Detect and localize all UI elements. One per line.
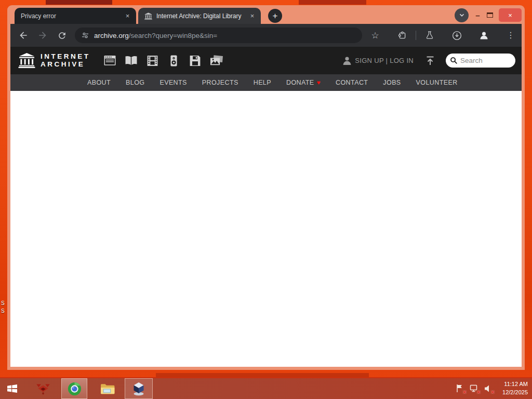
network-icon[interactable]: ✕ xyxy=(470,384,479,393)
profile-avatar-icon[interactable] xyxy=(478,30,489,41)
browser-window: Privacy error × Internet Archive: Digita… xyxy=(7,5,525,370)
browser-toolbar: archive.org/search?query=win8pe&sin= ☆ xyxy=(10,24,522,47)
red-app-icon[interactable] xyxy=(31,378,55,399)
heart-icon: ♥ xyxy=(317,79,321,86)
downloads-icon[interactable] xyxy=(451,30,462,41)
wordmark-line2: ARCHIVE xyxy=(41,61,90,69)
archive-search-box[interactable] xyxy=(446,54,515,68)
close-window-button[interactable]: × xyxy=(499,8,522,22)
web-icon[interactable] xyxy=(103,55,117,66)
clock-date: 12/2/2025 xyxy=(502,389,528,397)
virtualbox-taskbar-icon[interactable] xyxy=(125,378,153,399)
nav-help[interactable]: HELP xyxy=(254,79,271,86)
software-icon[interactable] xyxy=(188,55,202,66)
taskbar-clock[interactable]: 11:12 AM 12/2/2025 xyxy=(498,380,528,397)
reload-icon[interactable] xyxy=(56,30,68,41)
url-bar[interactable]: archive.org/search?query=win8pe&sin= xyxy=(75,28,362,43)
system-tray: ✕ ✕ ✕ 11:12 AM 12/2/2025 xyxy=(456,380,532,397)
tab-strip: Privacy error × Internet Archive: Digita… xyxy=(7,5,525,24)
menu-kebab-icon[interactable]: ⋮ xyxy=(505,30,516,41)
internet-archive-logo-icon[interactable] xyxy=(18,53,35,68)
nav-about[interactable]: ABOUT xyxy=(87,79,111,86)
tab-title: Privacy error xyxy=(21,12,123,20)
experiments-flask-icon[interactable] xyxy=(424,30,435,41)
wallpaper-shape xyxy=(46,0,112,5)
url-domain: archive.org xyxy=(94,32,129,39)
wallpaper-shape xyxy=(156,373,369,377)
site-settings-icon[interactable] xyxy=(81,31,89,39)
toolbar-right-icons: ☆ xyxy=(369,30,516,41)
page-content-empty xyxy=(10,91,522,367)
nav-label: HELP xyxy=(254,79,271,86)
audio-icon[interactable] xyxy=(167,55,181,66)
nav-blog[interactable]: BLOG xyxy=(126,79,144,86)
desktop: { "browser": { "tabs": [ { "title": "Pri… xyxy=(0,0,532,399)
nav-label: EVENTS xyxy=(159,79,187,86)
back-icon[interactable] xyxy=(18,30,29,41)
flag-error-badge: ✕ xyxy=(462,390,467,395)
archive-wordmark[interactable]: INTERNET ARCHIVE xyxy=(41,53,90,69)
desktop-icon-label-fragment: S xyxy=(1,300,5,306)
nav-label: BLOG xyxy=(126,79,144,86)
tab-search-button[interactable] xyxy=(455,8,469,22)
maximize-button[interactable] xyxy=(487,12,493,18)
chromium-browser-taskbar-icon[interactable] xyxy=(61,378,87,399)
start-button[interactable] xyxy=(0,378,24,399)
close-tab-icon[interactable]: × xyxy=(123,11,132,20)
close-tab-icon[interactable]: × xyxy=(248,11,257,20)
video-icon[interactable] xyxy=(145,55,159,66)
url-text: archive.org/search?query=win8pe&sin= xyxy=(94,32,217,39)
nav-contact[interactable]: CONTACT xyxy=(336,79,368,86)
forward-icon[interactable] xyxy=(37,30,48,41)
nav-jobs[interactable]: JOBS xyxy=(383,79,401,86)
nav-label: CONTACT xyxy=(336,79,368,86)
file-explorer-taskbar-icon[interactable] xyxy=(96,378,119,399)
desktop-icon-label-fragment: S xyxy=(1,308,5,314)
tab-internet-archive[interactable]: Internet Archive: Digital Library × xyxy=(138,8,261,24)
person-icon xyxy=(342,56,352,66)
media-type-icons xyxy=(103,55,223,66)
nav-events[interactable]: EVENTS xyxy=(159,79,187,86)
upload-icon[interactable] xyxy=(425,56,435,66)
nav-label: PROJECTS xyxy=(202,79,238,86)
nav-projects[interactable]: PROJECTS xyxy=(202,79,238,86)
taskbar: ✕ ✕ ✕ 11:12 AM 12/2/2025 xyxy=(0,377,532,399)
nav-volunteer[interactable]: VOLUNTEER xyxy=(416,79,458,86)
network-error-badge: ✕ xyxy=(476,390,481,395)
archive-nav: ABOUT BLOG EVENTS PROJECTS HELP DONATE♥ … xyxy=(10,74,522,91)
nav-label: DONATE xyxy=(286,79,314,86)
extensions-icon[interactable] xyxy=(396,30,408,41)
page-viewport: INTERNET ARCHIVE xyxy=(10,47,522,367)
texts-icon[interactable] xyxy=(124,55,138,66)
archive-header-right: SIGN UP | LOG IN xyxy=(342,54,522,68)
volume-muted-badge: ✕ xyxy=(490,390,495,395)
signup-login-link[interactable]: SIGN UP | LOG IN xyxy=(355,57,414,64)
search-icon xyxy=(450,57,458,64)
new-tab-button[interactable]: + xyxy=(268,9,282,23)
toolbar-divider xyxy=(416,31,416,40)
archive-header: INTERNET ARCHIVE xyxy=(10,47,522,74)
url-path: /search?query=win8pe&sin= xyxy=(129,32,217,39)
window-controls: – × xyxy=(455,7,522,23)
nav-label: JOBS xyxy=(383,79,401,86)
clock-time: 11:12 AM xyxy=(502,380,528,389)
archive-favicon-icon xyxy=(144,12,152,20)
tab-title: Internet Archive: Digital Library xyxy=(156,12,248,20)
action-center-flag-icon[interactable]: ✕ xyxy=(456,384,465,393)
nav-label: ABOUT xyxy=(87,79,111,86)
wallpaper-shape xyxy=(299,0,366,5)
nav-donate[interactable]: DONATE♥ xyxy=(286,79,321,86)
wordmark-line1: INTERNET xyxy=(41,53,90,61)
search-input[interactable] xyxy=(460,57,508,64)
tab-privacy-error[interactable]: Privacy error × xyxy=(15,8,136,24)
bookmark-star-icon[interactable]: ☆ xyxy=(369,30,381,41)
volume-icon[interactable]: ✕ xyxy=(484,384,493,393)
images-icon[interactable] xyxy=(209,55,223,66)
minimize-button[interactable]: – xyxy=(474,8,481,22)
nav-label: VOLUNTEER xyxy=(416,79,458,86)
